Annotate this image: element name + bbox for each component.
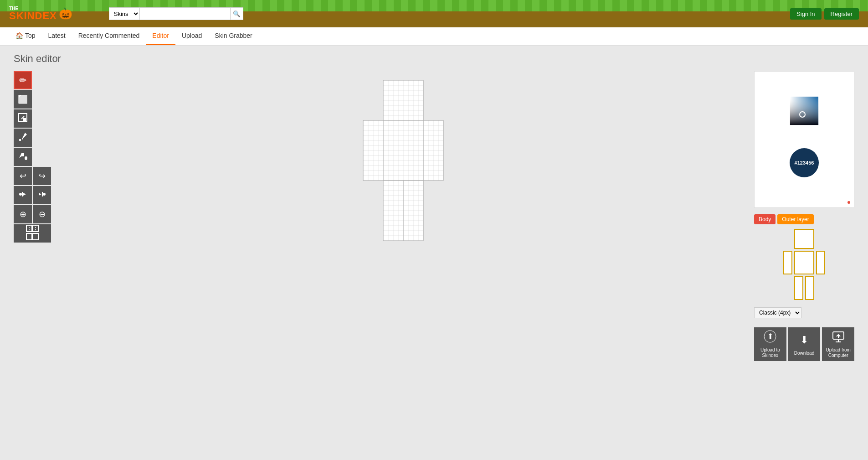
right-panel: #123456 Body Outer layer bbox=[754, 71, 854, 361]
svg-text:⬇: ⬇ bbox=[800, 334, 808, 346]
fill-select-tool-button[interactable] bbox=[14, 109, 32, 128]
grid-toggle-button[interactable] bbox=[14, 224, 51, 243]
zoom-in-icon: ⊕ bbox=[20, 209, 26, 219]
skin-type-select: Classic (4px) Slim (3px) bbox=[754, 307, 854, 318]
tool-row-fill-bucket bbox=[14, 148, 52, 166]
download-button[interactable]: ⬇ Download bbox=[788, 327, 821, 361]
nav-item-editor[interactable]: Editor bbox=[146, 27, 175, 45]
skin-map-body[interactable] bbox=[794, 251, 814, 274]
noise-less-button[interactable] bbox=[14, 186, 32, 204]
svg-rect-11 bbox=[26, 233, 32, 240]
skin-map-torso-row bbox=[783, 251, 825, 274]
upload-to-skindex-button[interactable]: ⬆ Upload to Skindex bbox=[754, 327, 786, 361]
svg-rect-3 bbox=[19, 139, 21, 141]
search-category-select[interactable]: Skins Users bbox=[109, 7, 139, 20]
color-swatch[interactable]: #123456 bbox=[790, 148, 819, 177]
nav-item-recently-commented[interactable]: Recently Commented bbox=[72, 27, 146, 45]
skin-map-arm-right[interactable] bbox=[816, 251, 825, 274]
fill-bucket-tool-button[interactable] bbox=[14, 148, 32, 166]
home-icon: 🏠 bbox=[15, 32, 23, 39]
eraser-icon: ⬜ bbox=[18, 94, 28, 104]
logo-main: SKINDEX bbox=[9, 11, 57, 21]
nav-item-skin-grabber[interactable]: Skin Grabber bbox=[208, 27, 258, 45]
tool-panel: ✏ ⬜ bbox=[14, 71, 52, 361]
editor-layout: ✏ ⬜ bbox=[14, 71, 854, 361]
tool-row-undo-redo: ↩ ↪ bbox=[14, 167, 52, 185]
skin-map-legs-row bbox=[794, 276, 814, 300]
red-dot-indicator bbox=[847, 201, 850, 204]
nav-item-upload[interactable]: Upload bbox=[175, 27, 208, 45]
nav-item-top[interactable]: 🏠 Top bbox=[9, 27, 42, 45]
pencil-tool-button[interactable]: ✏ bbox=[14, 71, 32, 89]
skin-preview-map bbox=[754, 229, 854, 300]
svg-rect-10 bbox=[33, 225, 38, 232]
signin-button[interactable]: Sign In bbox=[790, 8, 821, 20]
upload-from-computer-label: Upload from Computer bbox=[822, 347, 854, 358]
download-icon: ⬇ bbox=[798, 333, 811, 349]
skin-type-dropdown[interactable]: Classic (4px) Slim (3px) bbox=[754, 307, 801, 318]
redo-icon: ↪ bbox=[39, 171, 46, 181]
upload-to-skindex-label: Upload to Skindex bbox=[754, 347, 786, 358]
tool-row-grid bbox=[14, 224, 52, 243]
svg-point-5 bbox=[19, 193, 22, 196]
eyedropper-icon bbox=[18, 132, 28, 144]
tool-row-zoom: ⊕ ⊖ bbox=[14, 205, 52, 223]
search-icon: 🔍 bbox=[233, 10, 241, 17]
upload-from-computer-icon bbox=[832, 330, 845, 346]
fill-bucket-icon bbox=[18, 151, 28, 163]
color-hex-label: #123456 bbox=[795, 160, 814, 165]
eraser-tool-button[interactable]: ⬜ bbox=[14, 90, 32, 109]
tool-row-eraser: ⬜ bbox=[14, 90, 52, 109]
upload-from-computer-button[interactable]: Upload from Computer bbox=[822, 327, 854, 361]
nav-item-latest[interactable]: Latest bbox=[42, 27, 72, 45]
download-label: Download bbox=[794, 351, 814, 356]
register-button[interactable]: Register bbox=[824, 8, 859, 20]
body-layer-button[interactable]: Body bbox=[754, 214, 776, 224]
noise-more-button[interactable] bbox=[33, 186, 51, 204]
skin-map-leg-right[interactable] bbox=[805, 276, 814, 300]
search-area: Skins Users 🔍 bbox=[109, 7, 243, 20]
color-wheel-wrapper[interactable] bbox=[772, 79, 836, 143]
layer-buttons: Body Outer layer bbox=[754, 214, 854, 224]
header-banner: THE SKINDEX 🎃 Skins Users 🔍 Sign In Regi… bbox=[0, 0, 868, 27]
skin-map-head[interactable] bbox=[794, 229, 814, 249]
fill-select-icon bbox=[18, 113, 28, 125]
eyedropper-tool-button[interactable] bbox=[14, 129, 32, 147]
outer-layer-button[interactable]: Outer layer bbox=[777, 214, 813, 224]
tool-row-noise bbox=[14, 186, 52, 204]
skin-map-arm-left[interactable] bbox=[783, 251, 792, 274]
pumpkin-icon: 🎃 bbox=[59, 7, 72, 20]
noise-less-icon bbox=[18, 189, 28, 202]
grid-icon bbox=[26, 224, 39, 243]
search-input[interactable] bbox=[139, 7, 231, 20]
svg-rect-2 bbox=[23, 118, 26, 121]
color-wheel-canvas[interactable] bbox=[772, 79, 836, 143]
undo-button[interactable]: ↩ bbox=[14, 167, 32, 185]
action-buttons: ⬆ Upload to Skindex ⬇ Download bbox=[754, 327, 854, 361]
tool-row-pencil: ✏ bbox=[14, 71, 52, 89]
noise-more-icon bbox=[37, 189, 47, 202]
canvas-area bbox=[56, 71, 750, 361]
main-content: Skin editor ✏ ⬜ bbox=[0, 46, 868, 368]
auth-buttons: Sign In Register bbox=[790, 8, 859, 20]
svg-rect-9 bbox=[26, 225, 32, 232]
svg-text:⬆: ⬆ bbox=[767, 332, 773, 340]
upload-to-skindex-icon: ⬆ bbox=[764, 330, 776, 346]
skin-map-leg-left[interactable] bbox=[794, 276, 803, 300]
zoom-in-button[interactable]: ⊕ bbox=[14, 205, 32, 223]
pencil-icon: ✏ bbox=[19, 75, 27, 86]
page-title: Skin editor bbox=[14, 53, 854, 65]
zoom-out-button[interactable]: ⊖ bbox=[33, 205, 51, 223]
nav-bar: 🏠 Top Latest Recently Commented Editor U… bbox=[0, 27, 868, 46]
skin-canvas[interactable] bbox=[358, 80, 448, 261]
svg-point-8 bbox=[43, 193, 46, 196]
color-picker-box: #123456 bbox=[754, 71, 854, 208]
svg-rect-12 bbox=[33, 233, 38, 240]
search-button[interactable]: 🔍 bbox=[231, 7, 243, 20]
zoom-out-icon: ⊖ bbox=[39, 209, 46, 219]
redo-button[interactable]: ↪ bbox=[33, 167, 51, 185]
tool-row-fill-select bbox=[14, 109, 52, 128]
undo-icon: ↩ bbox=[20, 171, 26, 181]
tool-row-eyedropper bbox=[14, 129, 52, 147]
svg-point-4 bbox=[25, 156, 27, 160]
